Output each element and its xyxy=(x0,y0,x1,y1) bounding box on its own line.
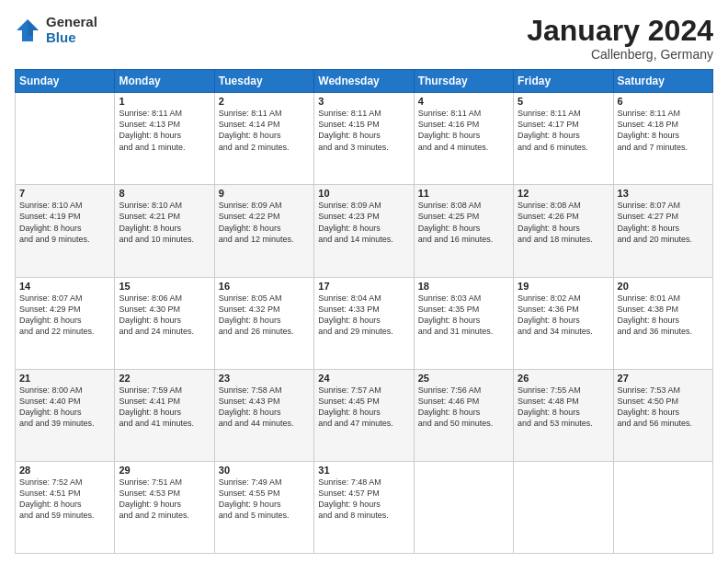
table-row: 6Sunrise: 8:11 AMSunset: 4:18 PMDaylight… xyxy=(613,93,712,185)
day-number: 16 xyxy=(219,281,310,292)
day-info: Sunrise: 8:09 AMSunset: 4:23 PMDaylight:… xyxy=(318,200,409,245)
sunrise-text: Sunrise: 8:00 AM xyxy=(19,385,110,396)
daylight-line2: and and 41 minutes. xyxy=(119,418,210,429)
header-wednesday: Wednesday xyxy=(314,70,414,93)
day-number: 1 xyxy=(119,96,210,107)
sunrise-text: Sunrise: 8:11 AM xyxy=(119,108,210,119)
sunset-text: Sunset: 4:45 PM xyxy=(318,396,409,407)
sunrise-text: Sunrise: 8:11 AM xyxy=(318,108,409,119)
sunset-text: Sunset: 4:50 PM xyxy=(618,396,709,407)
daylight-line1: Daylight: 8 hours xyxy=(19,315,110,326)
daylight-line1: Daylight: 9 hours xyxy=(318,499,409,510)
sunrise-text: Sunrise: 8:11 AM xyxy=(219,108,310,119)
logo: General Blue xyxy=(15,15,97,45)
sunset-text: Sunset: 4:19 PM xyxy=(19,211,110,222)
day-number: 25 xyxy=(418,373,509,384)
day-info: Sunrise: 8:10 AMSunset: 4:19 PMDaylight:… xyxy=(19,200,110,245)
sunset-text: Sunset: 4:14 PM xyxy=(219,119,310,130)
day-info: Sunrise: 8:01 AMSunset: 4:38 PMDaylight:… xyxy=(618,293,709,338)
daylight-line1: Daylight: 8 hours xyxy=(518,315,609,326)
day-number: 20 xyxy=(618,281,709,292)
day-number: 6 xyxy=(618,96,709,107)
table-row: 4Sunrise: 8:11 AMSunset: 4:16 PMDaylight… xyxy=(414,93,513,185)
daylight-line2: and and 7 minutes. xyxy=(618,142,709,153)
daylight-line2: and and 3 minutes. xyxy=(318,142,409,153)
day-info: Sunrise: 8:08 AMSunset: 4:26 PMDaylight:… xyxy=(518,200,609,245)
title-month: January 2024 xyxy=(527,15,713,47)
day-info: Sunrise: 7:51 AMSunset: 4:53 PMDaylight:… xyxy=(119,477,210,522)
day-info: Sunrise: 8:06 AMSunset: 4:30 PMDaylight:… xyxy=(119,293,210,338)
sunset-text: Sunset: 4:48 PM xyxy=(518,396,609,407)
table-row: 12Sunrise: 8:08 AMSunset: 4:26 PMDayligh… xyxy=(514,185,613,277)
day-number: 14 xyxy=(19,281,110,292)
table-row: 17Sunrise: 8:04 AMSunset: 4:33 PMDayligh… xyxy=(314,277,414,369)
daylight-line1: Daylight: 8 hours xyxy=(618,223,709,234)
sunset-text: Sunset: 4:36 PM xyxy=(518,304,609,315)
sunset-text: Sunset: 4:13 PM xyxy=(119,119,210,130)
day-number: 19 xyxy=(518,281,609,292)
sunrise-text: Sunrise: 7:55 AM xyxy=(518,385,609,396)
title-location: Callenberg, Germany xyxy=(527,47,713,62)
sunrise-text: Sunrise: 7:49 AM xyxy=(219,477,310,488)
daylight-line2: and and 2 minutes. xyxy=(119,510,210,521)
logo-icon xyxy=(15,17,40,43)
sunrise-text: Sunrise: 8:02 AM xyxy=(518,293,609,304)
daylight-line1: Daylight: 8 hours xyxy=(318,315,409,326)
daylight-line2: and and 16 minutes. xyxy=(418,234,509,245)
sunset-text: Sunset: 4:41 PM xyxy=(119,396,210,407)
header-friday: Friday xyxy=(514,70,613,93)
day-number: 11 xyxy=(418,188,509,199)
daylight-line1: Daylight: 9 hours xyxy=(119,499,210,510)
day-number: 13 xyxy=(618,188,709,199)
sunset-text: Sunset: 4:17 PM xyxy=(518,119,609,130)
sunrise-text: Sunrise: 8:07 AM xyxy=(618,200,709,211)
sunrise-text: Sunrise: 8:01 AM xyxy=(618,293,709,304)
sunset-text: Sunset: 4:33 PM xyxy=(318,304,409,315)
sunrise-text: Sunrise: 8:11 AM xyxy=(618,108,709,119)
day-number: 12 xyxy=(518,188,609,199)
day-number: 31 xyxy=(318,465,409,476)
daylight-line2: and and 29 minutes. xyxy=(318,326,409,337)
table-row: 11Sunrise: 8:08 AMSunset: 4:25 PMDayligh… xyxy=(414,185,513,277)
daylight-line1: Daylight: 8 hours xyxy=(418,130,509,141)
table-row: 2Sunrise: 8:11 AMSunset: 4:14 PMDaylight… xyxy=(214,93,313,185)
day-number: 4 xyxy=(418,96,509,107)
table-row: 8Sunrise: 8:10 AMSunset: 4:21 PMDaylight… xyxy=(115,185,214,277)
sunset-text: Sunset: 4:51 PM xyxy=(19,488,110,499)
table-row: 31Sunrise: 7:48 AMSunset: 4:57 PMDayligh… xyxy=(314,461,414,553)
day-info: Sunrise: 7:49 AMSunset: 4:55 PMDaylight:… xyxy=(219,477,310,522)
sunset-text: Sunset: 4:27 PM xyxy=(618,211,709,222)
sunrise-text: Sunrise: 8:07 AM xyxy=(19,293,110,304)
day-number: 8 xyxy=(119,188,210,199)
table-row: 22Sunrise: 7:59 AMSunset: 4:41 PMDayligh… xyxy=(115,369,214,461)
day-number: 7 xyxy=(19,188,110,199)
calendar-week-3: 21Sunrise: 8:00 AMSunset: 4:40 PMDayligh… xyxy=(16,369,713,461)
sunrise-text: Sunrise: 7:58 AM xyxy=(219,385,310,396)
sunset-text: Sunset: 4:15 PM xyxy=(318,119,409,130)
daylight-line2: and and 5 minutes. xyxy=(219,510,310,521)
sunrise-text: Sunrise: 7:48 AM xyxy=(318,477,409,488)
sunrise-text: Sunrise: 8:09 AM xyxy=(318,200,409,211)
table-row: 16Sunrise: 8:05 AMSunset: 4:32 PMDayligh… xyxy=(214,277,313,369)
daylight-line1: Daylight: 8 hours xyxy=(418,223,509,234)
daylight-line1: Daylight: 8 hours xyxy=(618,407,709,418)
table-row xyxy=(414,461,513,553)
daylight-line1: Daylight: 8 hours xyxy=(19,407,110,418)
day-number: 30 xyxy=(219,465,310,476)
table-row: 29Sunrise: 7:51 AMSunset: 4:53 PMDayligh… xyxy=(115,461,214,553)
day-number: 15 xyxy=(119,281,210,292)
sunrise-text: Sunrise: 8:06 AM xyxy=(119,293,210,304)
table-row: 21Sunrise: 8:00 AMSunset: 4:40 PMDayligh… xyxy=(16,369,115,461)
daylight-line2: and and 14 minutes. xyxy=(318,234,409,245)
day-number: 27 xyxy=(618,373,709,384)
sunrise-text: Sunrise: 7:57 AM xyxy=(318,385,409,396)
table-row: 18Sunrise: 8:03 AMSunset: 4:35 PMDayligh… xyxy=(414,277,513,369)
header-sunday: Sunday xyxy=(16,70,115,93)
day-number: 26 xyxy=(518,373,609,384)
day-info: Sunrise: 8:10 AMSunset: 4:21 PMDaylight:… xyxy=(119,200,210,245)
day-info: Sunrise: 7:55 AMSunset: 4:48 PMDaylight:… xyxy=(518,385,609,430)
calendar-week-0: 1Sunrise: 8:11 AMSunset: 4:13 PMDaylight… xyxy=(16,93,713,185)
header-saturday: Saturday xyxy=(613,70,712,93)
daylight-line2: and and 24 minutes. xyxy=(119,326,210,337)
table-row: 7Sunrise: 8:10 AMSunset: 4:19 PMDaylight… xyxy=(16,185,115,277)
